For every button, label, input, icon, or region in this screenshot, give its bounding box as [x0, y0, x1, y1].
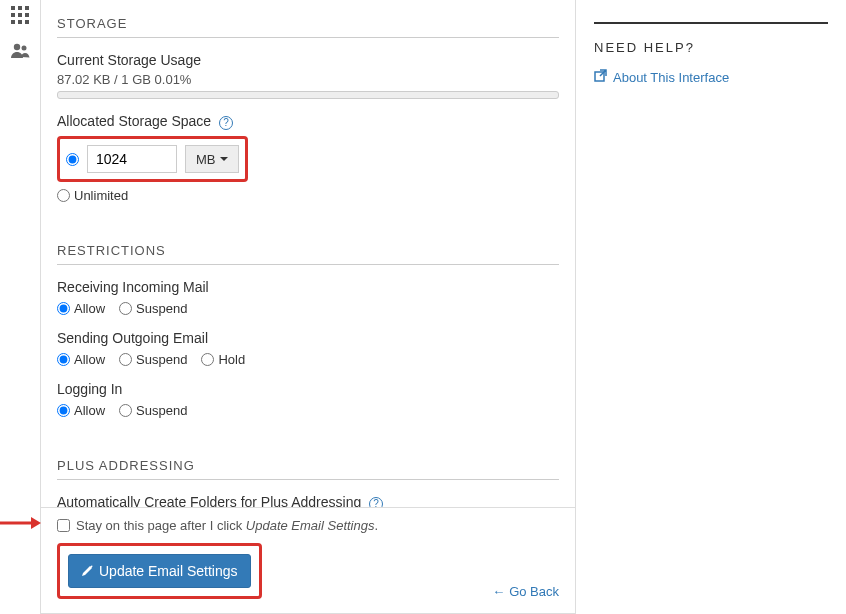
- svg-rect-5: [25, 13, 29, 17]
- logging-allow-radio[interactable]: [57, 404, 70, 417]
- svg-rect-2: [25, 6, 29, 10]
- sending-suspend-radio[interactable]: [119, 353, 132, 366]
- current-usage-value: 87.02 KB / 1 GB 0.01%: [57, 72, 559, 87]
- sending-allow-option[interactable]: Allow: [57, 352, 105, 367]
- logging-allow-option[interactable]: Allow: [57, 403, 105, 418]
- submit-highlight: Update Email Settings: [57, 543, 262, 599]
- logging-suspend-radio[interactable]: [119, 404, 132, 417]
- about-interface-label: About This Interface: [613, 70, 729, 85]
- form-footer: Stay on this page after I click Update E…: [41, 507, 575, 613]
- plus-label: Automatically Create Folders for Plus Ad…: [57, 494, 559, 507]
- allocated-label: Allocated Storage Space ?: [57, 113, 559, 130]
- restrictions-section-header: Restrictions: [57, 233, 559, 265]
- logging-suspend-option[interactable]: Suspend: [119, 403, 187, 418]
- receiving-label: Receiving Incoming Mail: [57, 279, 559, 295]
- svg-rect-1: [18, 6, 22, 10]
- sending-allow-radio[interactable]: [57, 353, 70, 366]
- quota-value-input[interactable]: [87, 145, 177, 173]
- stay-on-page-label: Stay on this page after I click Update E…: [76, 518, 378, 533]
- help-icon[interactable]: ?: [369, 497, 383, 507]
- svg-point-9: [14, 44, 20, 50]
- svg-rect-0: [11, 6, 15, 10]
- arrow-left-icon: ←: [492, 584, 505, 599]
- quota-unlimited-label: Unlimited: [74, 188, 128, 203]
- pencil-icon: [81, 565, 93, 577]
- quota-unit-dropdown[interactable]: MB: [185, 145, 239, 173]
- quota-unlimited-radio[interactable]: [57, 189, 70, 202]
- go-back-link[interactable]: ← Go Back: [492, 584, 559, 599]
- quota-unlimited-option[interactable]: Unlimited: [57, 188, 128, 203]
- storage-section-header: Storage: [57, 6, 559, 38]
- receiving-allow-radio[interactable]: [57, 302, 70, 315]
- chevron-down-icon: [220, 157, 228, 161]
- svg-point-10: [22, 46, 27, 51]
- quota-highlight: MB: [57, 136, 248, 182]
- svg-rect-8: [25, 20, 29, 24]
- plus-section-header: Plus Addressing: [57, 448, 559, 480]
- apps-grid-icon[interactable]: [11, 6, 29, 29]
- svg-rect-6: [11, 20, 15, 24]
- help-icon[interactable]: ?: [219, 116, 233, 130]
- receiving-suspend-radio[interactable]: [119, 302, 132, 315]
- svg-rect-4: [18, 13, 22, 17]
- receiving-suspend-option[interactable]: Suspend: [119, 301, 187, 316]
- update-email-settings-button[interactable]: Update Email Settings: [68, 554, 251, 588]
- receiving-allow-option[interactable]: Allow: [57, 301, 105, 316]
- help-title: Need Help?: [594, 40, 828, 55]
- svg-rect-3: [11, 13, 15, 17]
- quota-unit-label: MB: [196, 152, 216, 167]
- help-divider: [594, 22, 828, 24]
- stay-on-page-checkbox[interactable]: [57, 519, 70, 532]
- external-link-icon: [594, 69, 607, 85]
- about-interface-link[interactable]: About This Interface: [594, 69, 729, 85]
- submit-button-label: Update Email Settings: [99, 563, 238, 579]
- svg-marker-12: [31, 517, 41, 529]
- storage-progress-bar: [57, 91, 559, 99]
- allocated-label-text: Allocated Storage Space: [57, 113, 211, 129]
- go-back-label: Go Back: [509, 584, 559, 599]
- sending-suspend-option[interactable]: Suspend: [119, 352, 187, 367]
- plus-label-text: Automatically Create Folders for Plus Ad…: [57, 494, 361, 507]
- sending-hold-option[interactable]: Hold: [201, 352, 245, 367]
- sending-hold-radio[interactable]: [201, 353, 214, 366]
- quota-custom-radio[interactable]: [66, 153, 79, 166]
- svg-rect-7: [18, 20, 22, 24]
- users-icon[interactable]: [10, 43, 30, 64]
- current-usage-label: Current Storage Usage: [57, 52, 559, 68]
- annotation-arrow-icon: [0, 516, 41, 530]
- logging-label: Logging In: [57, 381, 559, 397]
- sending-label: Sending Outgoing Email: [57, 330, 559, 346]
